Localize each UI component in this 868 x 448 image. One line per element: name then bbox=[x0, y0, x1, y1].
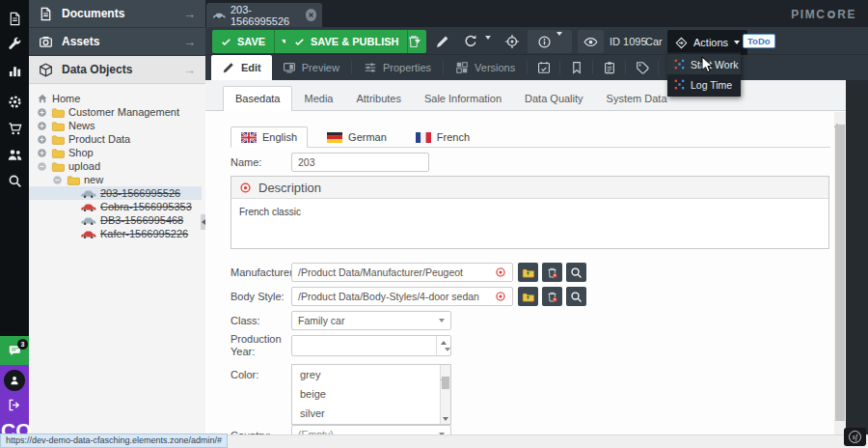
expand-plus-icon[interactable] bbox=[37, 121, 47, 131]
expand-plus-icon[interactable] bbox=[37, 134, 47, 145]
delete-button[interactable] bbox=[406, 34, 421, 49]
tab-language-english[interactable]: English bbox=[231, 126, 308, 148]
symfony-debug-button[interactable]: sf bbox=[844, 428, 866, 446]
accordion-assets[interactable]: Assets → bbox=[29, 28, 205, 56]
reload-button[interactable] bbox=[463, 34, 478, 49]
class-select[interactable]: Family car bbox=[291, 311, 451, 330]
color-option[interactable]: beige bbox=[292, 384, 450, 404]
country-select[interactable]: (Empty) bbox=[291, 425, 451, 434]
preview-visibility-button[interactable] bbox=[578, 30, 604, 53]
color-option[interactable]: silver bbox=[292, 404, 450, 423]
tab-language-french[interactable]: French bbox=[406, 127, 479, 147]
tree-item-label: Product Data bbox=[68, 133, 130, 145]
manufacturer-remove-button[interactable] bbox=[542, 263, 562, 282]
tree-item-car-kafer[interactable]: Kafer-1566995226 bbox=[29, 227, 202, 240]
body-style-input[interactable]: /Product Data/Body-Styles/4-door sedan bbox=[291, 287, 513, 306]
body-style-search-button[interactable] bbox=[566, 287, 586, 306]
chat-button[interactable]: 3 bbox=[0, 336, 29, 365]
bullseye-icon bbox=[239, 182, 252, 194]
tab-close-button[interactable] bbox=[306, 9, 316, 21]
schedule-button[interactable] bbox=[529, 55, 558, 80]
collapse-minus-icon[interactable] bbox=[37, 161, 47, 172]
tab-preview[interactable]: Preview bbox=[272, 55, 350, 80]
manufacturer-open-button[interactable] bbox=[518, 263, 538, 282]
search-icon bbox=[570, 266, 583, 279]
tab-edit[interactable]: Edit bbox=[211, 55, 272, 80]
tab-attributes[interactable]: Attributes bbox=[344, 87, 412, 110]
locate-in-tree-button[interactable] bbox=[504, 34, 520, 49]
collapse-minus-icon[interactable] bbox=[52, 175, 63, 185]
check-icon bbox=[294, 37, 305, 47]
crosshair-icon bbox=[504, 34, 520, 49]
color-option[interactable]: grey bbox=[292, 365, 450, 384]
save-button[interactable]: SAVE bbox=[212, 30, 274, 53]
spinner-buttons[interactable] bbox=[436, 336, 450, 355]
save-button-label: SAVE bbox=[237, 36, 265, 47]
body-style-remove-button[interactable] bbox=[542, 287, 562, 306]
reload-dropdown-button[interactable] bbox=[485, 40, 491, 51]
expand-plus-icon[interactable] bbox=[37, 107, 47, 118]
folder-icon bbox=[67, 175, 80, 185]
refresh-icon bbox=[463, 34, 478, 49]
panel-collapse-handle[interactable] bbox=[201, 214, 205, 230]
name-input[interactable]: 203 bbox=[291, 153, 429, 172]
tags-button[interactable] bbox=[627, 55, 657, 80]
open-object-tab[interactable]: 203-1566995526 bbox=[206, 3, 322, 27]
tree-item-new[interactable]: new bbox=[29, 173, 202, 186]
tree-item-car-db3[interactable]: DB3-1566995468 bbox=[29, 213, 202, 227]
tree-item-upload[interactable]: upload bbox=[29, 159, 202, 173]
body-style-open-button[interactable] bbox=[518, 287, 538, 306]
logout-button[interactable] bbox=[7, 398, 21, 412]
scrollbar-thumb[interactable] bbox=[442, 377, 449, 389]
tab-properties[interactable]: Properties bbox=[353, 55, 442, 80]
info-button[interactable] bbox=[537, 35, 552, 49]
tree-item-label: DB3-1566995468 bbox=[100, 214, 183, 226]
user-avatar[interactable] bbox=[4, 370, 25, 391]
object-id-label: ID 1095 bbox=[610, 36, 647, 47]
rail-settings-button[interactable] bbox=[0, 89, 29, 114]
tab-basedata[interactable]: Basedata bbox=[223, 86, 292, 111]
rail-reports-button[interactable] bbox=[0, 58, 29, 83]
tree-item-product-data[interactable]: Product Data bbox=[29, 132, 202, 146]
rail-tools-button[interactable] bbox=[0, 31, 29, 56]
bookmark-button[interactable] bbox=[561, 55, 591, 80]
tab-language-german[interactable]: German bbox=[317, 127, 396, 147]
menu-item-log-time[interactable]: Log Time bbox=[667, 74, 741, 95]
accordion-data-objects[interactable]: Data Objects → bbox=[29, 56, 205, 84]
logout-icon bbox=[7, 398, 21, 412]
info-dropdown-button[interactable] bbox=[556, 36, 562, 47]
tab-versions[interactable]: Versions bbox=[445, 55, 526, 80]
tab-media[interactable]: Media bbox=[292, 87, 344, 110]
rail-search-button[interactable] bbox=[0, 168, 29, 193]
scrollbar-thumb[interactable] bbox=[835, 125, 845, 421]
rail-customers-button[interactable] bbox=[0, 142, 29, 167]
tree-item-shop[interactable]: Shop bbox=[29, 146, 202, 159]
description-title: Description bbox=[258, 181, 321, 195]
tree-item-home[interactable]: Home bbox=[29, 92, 202, 105]
tab-data-quality[interactable]: Data Quality bbox=[513, 87, 595, 110]
tree-item-news[interactable]: News bbox=[29, 119, 202, 132]
rail-documents-button[interactable] bbox=[0, 6, 29, 31]
tree-item-car-cobra[interactable]: Cobra-1566995353 bbox=[29, 200, 202, 213]
manufacturer-input[interactable]: /Product Data/Manufacturer/Peugeot bbox=[291, 263, 513, 282]
rail-ecommerce-button[interactable] bbox=[0, 116, 29, 141]
accordion-documents[interactable]: Documents → bbox=[29, 0, 205, 28]
object-toolbar: SAVE SAVE & PUBLISH ID 1095 Car Actions bbox=[205, 27, 868, 55]
manufacturer-search-button[interactable] bbox=[566, 263, 586, 282]
tab-system-data[interactable]: System Data bbox=[595, 87, 679, 110]
listbox-scrollbar[interactable] bbox=[440, 365, 450, 424]
content-scrollbar[interactable] bbox=[834, 112, 846, 434]
divider bbox=[559, 61, 560, 74]
tab-sale-information[interactable]: Sale Information bbox=[413, 87, 513, 110]
production-year-spinner[interactable] bbox=[291, 335, 451, 356]
description-editor[interactable]: French classic bbox=[231, 199, 828, 225]
logo-circle bbox=[827, 11, 835, 18]
notes-events-button[interactable] bbox=[594, 55, 624, 80]
rename-button[interactable] bbox=[435, 34, 450, 49]
tree-item-car-203[interactable]: 203-1566995526 bbox=[29, 186, 202, 200]
body-style-value: /Product Data/Body-Styles/4-door sedan bbox=[298, 291, 479, 302]
expand-plus-icon[interactable] bbox=[37, 148, 47, 158]
tree-item-customer-management[interactable]: Customer Management bbox=[29, 105, 202, 119]
save-publish-button[interactable]: SAVE & PUBLISH bbox=[285, 30, 407, 53]
save-split-button: SAVE bbox=[212, 30, 293, 53]
